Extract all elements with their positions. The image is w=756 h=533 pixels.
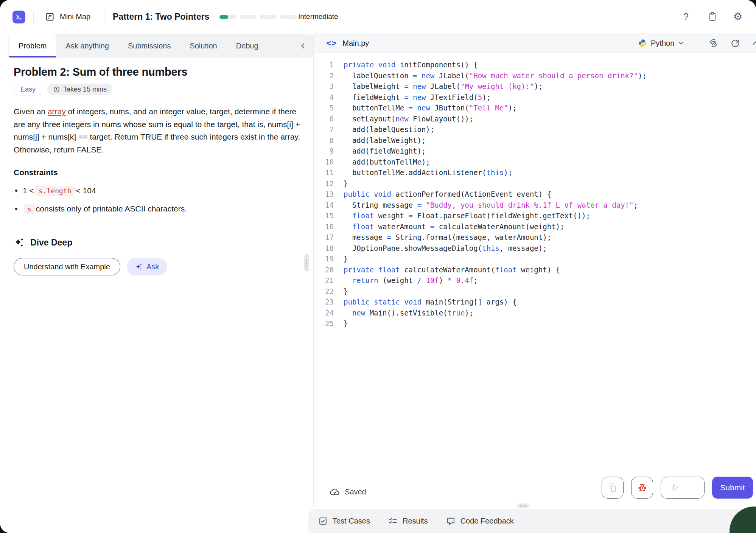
line-number: 15 [314,211,334,220]
debug-button[interactable] [631,477,653,499]
run-button[interactable] [661,477,705,499]
mini-map-label: Mini Map [60,12,90,21]
copy-icon [608,483,618,493]
reset-code-icon[interactable] [730,33,740,53]
bug-icon [637,483,647,493]
progress-bar [219,15,297,19]
code-line: 2 labelQuestion = new JLabel("How much w… [314,70,756,81]
code-line: 6 setLayout(new FlowLayout()); [314,113,756,124]
text-segment: consists only of printable ASCII charact… [36,204,187,213]
code-line: 3 labelWeight = new JLabel("My weight (k… [314,81,756,92]
code-line: 20private float calculateWaterAmount(flo… [314,264,756,275]
results-label: Results [403,517,428,525]
app-logo[interactable] [12,11,25,23]
code-line: 21 return (weight / 10f) * 0.4f; [314,275,756,286]
code-line: 17 message = String.format(message, wate… [314,232,756,243]
save-status-label: Saved [345,488,366,496]
bottom-panel-resize-handle[interactable] [517,503,529,508]
file-tag: <> Main.py [326,33,369,53]
expand-editor-icon[interactable] [751,39,756,48]
help-icon[interactable]: ? [683,0,689,33]
ask-button-label: Ask [146,263,159,271]
code-editor-panel: <> Main.py Python [314,33,756,533]
code-lines: 1private void initComponents() {2 labelQ… [314,59,756,329]
level-badge: Intermediate [298,0,338,33]
ask-button[interactable]: Ask [127,258,167,275]
code-feedback-tab[interactable]: Code Feedback [446,516,514,526]
editor-actions: Submit [602,477,753,499]
code-line: 22} [314,286,756,297]
panel-divider [313,34,314,506]
language-selector[interactable]: Python [638,33,684,53]
bottom-panel-divider [314,506,756,506]
tab-problem[interactable]: Problem [9,34,56,57]
sparkles-icon [135,263,143,271]
line-number: 16 [314,222,334,231]
code-line: 13public void actionPerformed(ActionEven… [314,189,756,200]
code-line: 25} [314,318,756,329]
code-line: 9 add(fieldWeight); [314,146,756,157]
line-number: 11 [314,168,334,177]
understand-with-example-button[interactable]: Understand with Example [14,258,120,275]
python-logo-icon [638,39,647,48]
line-number: 8 [314,136,334,145]
problem-badges: Easy Takes 15 mins [14,84,112,95]
file-name: Main.py [342,39,369,48]
app-window: Mini Map Pattern 1: Two Pointers Interme… [0,0,756,533]
code-line: 4 fieldWeight = new JTextField(5); [314,92,756,103]
sparkles-icon [14,237,25,248]
terminal-prompt-icon [15,13,23,21]
constraints-title: Constraints [14,168,58,177]
line-number: 6 [314,115,334,123]
collapse-panel-icon[interactable] [298,41,307,50]
progress-segment [260,15,277,19]
bottom-bar: Test Cases Results Code Feedback [308,509,756,533]
submit-button[interactable]: Submit [712,477,753,499]
play-icon [671,483,680,492]
line-number: 7 [314,125,334,134]
message-square-icon [446,516,456,526]
gear-icon[interactable]: ⚙ [733,0,742,33]
autosave-off-icon[interactable] [709,33,719,53]
text-segment: Given an [14,107,48,116]
text-segment: < 104 [76,186,96,195]
test-cases-label: Test Cases [333,517,370,525]
term-link[interactable]: array [48,107,66,116]
line-number: 5 [314,104,334,112]
line-number: 2 [314,71,334,80]
line-number: 21 [314,276,334,284]
text-segment: 1 < [23,186,34,195]
tab-solution[interactable]: Solution [180,34,226,57]
tab-submissions[interactable]: Submissions [118,34,180,57]
problem-panel: Problem Ask anything Submissions Solutio… [8,34,313,533]
copy-code-button[interactable] [602,477,624,499]
line-number: 17 [314,233,334,241]
panel-resize-handle[interactable] [304,254,309,272]
code-line: 10 add(buttonTellMe); [314,157,756,168]
code-line: 24 new Main().setVisible(true); [314,308,756,319]
header-divider [696,38,696,48]
list-checks-icon [388,516,398,526]
tab-debug[interactable]: Debug [227,34,268,57]
test-cases-tab[interactable]: Test Cases [318,516,370,526]
inline-code: s.length [35,186,75,196]
mini-map-icon [45,12,55,22]
results-tab[interactable]: Results [388,516,428,526]
line-number: 14 [314,201,334,209]
line-number: 12 [314,179,334,188]
topbar-divider [104,11,104,23]
dive-deep-section: Dive Deep [14,237,72,248]
code-line: 7 add(labelQuestion); [314,124,756,135]
code-line: 14 String message = "Buddy, you should d… [314,200,756,211]
duration-badge: Takes 15 mins [47,84,112,95]
code-editor[interactable]: 1private void initComponents() {2 labelQ… [314,53,756,506]
mini-map-button[interactable]: Mini Map [45,8,90,25]
line-number: 10 [314,158,334,166]
line-number: 24 [314,309,334,317]
constraint-item: 1 < s.length < 104 [15,182,187,200]
code-line: 15 float weight = Float.parseFloat(field… [314,210,756,221]
tab-ask-anything[interactable]: Ask anything [56,34,118,57]
line-number: 20 [314,266,334,274]
clipboard-icon[interactable] [708,0,717,33]
language-label: Python [651,39,674,48]
